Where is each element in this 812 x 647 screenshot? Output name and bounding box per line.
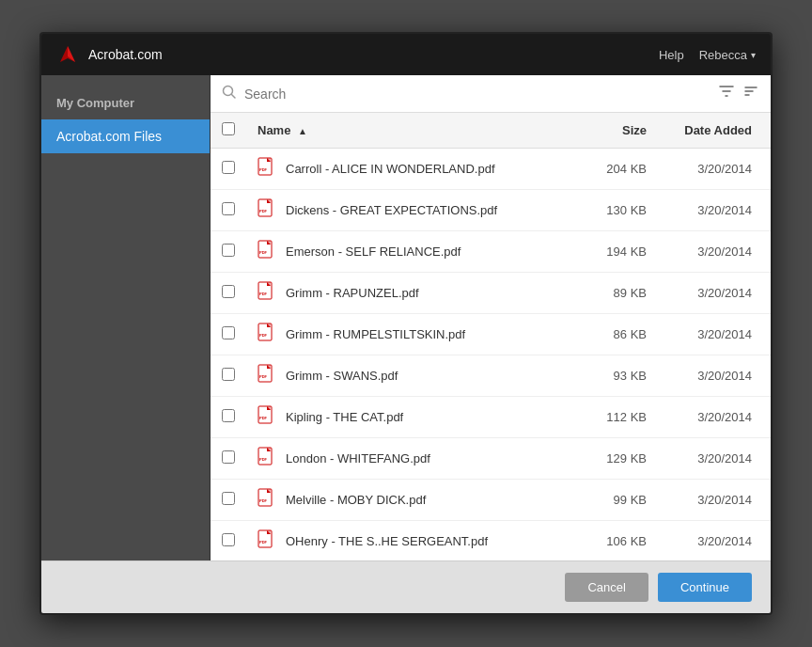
row-checkbox[interactable] <box>222 161 235 174</box>
row-date: 3/20/2014 <box>658 273 771 314</box>
svg-text:PDF: PDF <box>259 540 268 544</box>
file-table-body: PDF Carroll - ALICE IN WONDERLAND.pdf 20… <box>211 149 771 561</box>
table-row: PDF Grimm - SWANS.pdf 93 KB 3/20/2014 <box>211 355 771 397</box>
row-date: 3/20/2014 <box>658 314 771 355</box>
help-link[interactable]: Help <box>659 48 684 62</box>
svg-text:PDF: PDF <box>259 209 268 213</box>
pdf-file-icon: PDF <box>258 488 276 512</box>
svg-text:PDF: PDF <box>259 250 268 255</box>
row-date: 3/20/2014 <box>658 190 771 231</box>
row-checkbox[interactable] <box>222 492 235 505</box>
footer: Cancel Continue <box>41 560 771 613</box>
file-list: Name ▲ Size Date Added <box>211 113 771 560</box>
pdf-file-icon: PDF <box>258 157 276 181</box>
titlebar: Acrobat.com Help Rebecca <box>41 34 771 75</box>
pdf-file-icon: PDF <box>258 447 276 470</box>
date-column-header[interactable]: Date Added <box>658 113 771 149</box>
row-checkbox[interactable] <box>222 285 235 298</box>
row-checkbox[interactable] <box>222 326 235 339</box>
name-sort-arrow: ▲ <box>298 126 307 136</box>
svg-text:PDF: PDF <box>259 292 268 296</box>
table-row: PDF Melville - MOBY DICK.pdf 99 KB 3/20/… <box>211 480 771 521</box>
row-filename: Grimm - RAPUNZEL.pdf <box>286 286 419 300</box>
row-date: 3/20/2014 <box>658 480 771 521</box>
search-actions <box>718 83 759 104</box>
row-checkbox-cell <box>211 521 246 561</box>
svg-text:PDF: PDF <box>259 416 268 420</box>
row-size: 130 KB <box>564 190 658 231</box>
row-name-cell: PDF Grimm - SWANS.pdf <box>246 355 564 397</box>
size-column-header[interactable]: Size <box>564 113 658 149</box>
row-name-cell: PDF Dickens - GREAT EXPECTATIONS.pdf <box>246 190 564 231</box>
row-checkbox[interactable] <box>222 202 235 215</box>
row-checkbox[interactable] <box>222 368 235 381</box>
row-date: 3/20/2014 <box>658 355 771 397</box>
row-filename: Carroll - ALICE IN WONDERLAND.pdf <box>286 162 495 176</box>
row-size: 93 KB <box>564 355 658 397</box>
sort-icon[interactable] <box>742 83 759 104</box>
row-checkbox[interactable] <box>222 244 235 257</box>
row-size: 86 KB <box>564 314 658 355</box>
row-name-cell: PDF London - WHITEFANG.pdf <box>246 438 564 480</box>
svg-text:PDF: PDF <box>259 167 268 172</box>
row-date: 3/20/2014 <box>658 521 771 561</box>
select-all-checkbox[interactable] <box>222 122 235 135</box>
pdf-file-icon: PDF <box>258 405 276 429</box>
table-header-row: Name ▲ Size Date Added <box>211 113 771 149</box>
row-filename: Grimm - RUMPELSTILTSKIN.pdf <box>286 327 465 341</box>
row-checkbox-cell <box>211 190 246 231</box>
continue-button[interactable]: Continue <box>658 573 752 602</box>
row-checkbox-cell <box>211 149 246 190</box>
table-row: PDF Emerson - SELF RELIANCE.pdf 194 KB 3… <box>211 231 771 273</box>
row-filename: OHenry - THE S..HE SERGEANT.pdf <box>286 534 488 548</box>
row-name-cell: PDF Emerson - SELF RELIANCE.pdf <box>246 231 564 273</box>
row-checkbox-cell <box>211 480 246 521</box>
row-name-cell: PDF OHenry - THE S..HE SERGEANT.pdf <box>246 521 564 561</box>
row-filename: Kipling - THE CAT.pdf <box>286 410 403 424</box>
sidebar-item-acrobat-files[interactable]: Acrobat.com Files <box>41 119 210 153</box>
row-checkbox-cell <box>211 438 246 480</box>
name-column-header[interactable]: Name ▲ <box>246 113 564 149</box>
row-checkbox[interactable] <box>222 533 235 546</box>
search-input[interactable] <box>244 87 710 102</box>
row-date: 3/20/2014 <box>658 397 771 438</box>
svg-text:PDF: PDF <box>259 374 268 379</box>
row-date: 3/20/2014 <box>658 149 771 190</box>
row-checkbox-cell <box>211 231 246 273</box>
row-date: 3/20/2014 <box>658 438 771 480</box>
svg-text:PDF: PDF <box>259 498 268 503</box>
filter-icon[interactable] <box>718 83 735 104</box>
row-filename: Dickens - GREAT EXPECTATIONS.pdf <box>286 203 497 217</box>
row-checkbox-cell <box>211 355 246 397</box>
pdf-file-icon: PDF <box>258 240 276 263</box>
row-name-cell: PDF Melville - MOBY DICK.pdf <box>246 480 564 521</box>
titlebar-actions: Help Rebecca <box>659 48 756 62</box>
sidebar-section-header: My Computer <box>41 87 210 119</box>
row-filename: Grimm - SWANS.pdf <box>286 369 398 383</box>
row-date: 3/20/2014 <box>658 231 771 273</box>
table-row: PDF Kipling - THE CAT.pdf 112 KB 3/20/20… <box>211 397 771 438</box>
row-size: 99 KB <box>564 480 658 521</box>
row-name-cell: PDF Carroll - ALICE IN WONDERLAND.pdf <box>246 149 564 190</box>
table-row: PDF OHenry - THE S..HE SERGEANT.pdf 106 … <box>211 521 771 561</box>
app-brand: Acrobat.com <box>88 47 659 62</box>
acrobat-logo-icon <box>56 43 79 66</box>
row-checkbox[interactable] <box>222 409 235 422</box>
table-row: PDF Grimm - RUMPELSTILTSKIN.pdf 86 KB 3/… <box>211 314 771 355</box>
row-size: 194 KB <box>564 231 658 273</box>
file-table: Name ▲ Size Date Added <box>211 113 771 560</box>
cancel-button[interactable]: Cancel <box>565 573 648 602</box>
pdf-file-icon: PDF <box>258 364 276 387</box>
row-name-cell: PDF Kipling - THE CAT.pdf <box>246 397 564 438</box>
pdf-file-icon: PDF <box>258 281 276 305</box>
row-checkbox-cell <box>211 397 246 438</box>
user-menu[interactable]: Rebecca <box>699 48 756 62</box>
table-row: PDF Dickens - GREAT EXPECTATIONS.pdf 130… <box>211 190 771 231</box>
pdf-file-icon: PDF <box>258 323 276 346</box>
row-checkbox[interactable] <box>222 450 235 464</box>
row-filename: Melville - MOBY DICK.pdf <box>286 493 426 507</box>
file-panel: Name ▲ Size Date Added <box>211 75 771 560</box>
row-filename: London - WHITEFANG.pdf <box>286 451 430 466</box>
row-size: 204 KB <box>564 149 658 190</box>
row-checkbox-cell <box>211 314 246 355</box>
